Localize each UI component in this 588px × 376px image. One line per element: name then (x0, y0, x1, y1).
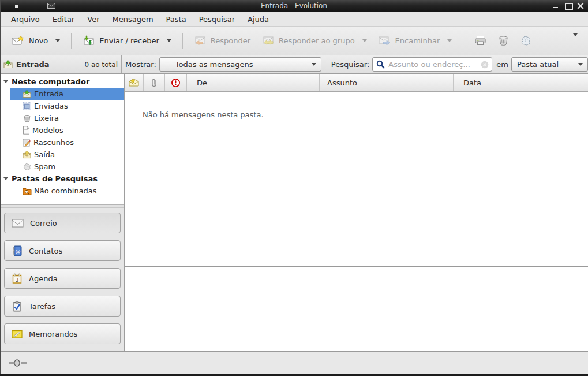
switcher-mail-button[interactable]: Correio (4, 213, 121, 233)
switcher-label: Tarefas (29, 302, 55, 311)
switcher-label: Correio (30, 219, 57, 228)
folder-label: Saída (34, 150, 55, 159)
show-label: Mostrar: (125, 60, 156, 69)
menu-ajuda[interactable]: Ajuda (241, 14, 275, 25)
search-scope-dropdown[interactable]: Pasta atual (511, 57, 588, 72)
folder-label: Spam (34, 162, 55, 171)
show-filter-dropdown[interactable]: Todas as mensagens (159, 57, 321, 72)
search-input[interactable] (388, 60, 480, 69)
sidebar-item-spam[interactable]: Spam (0, 161, 124, 173)
forward-dropdown-icon[interactable] (447, 39, 452, 42)
sidebar-item-lixeira[interactable]: Lixeira (0, 112, 124, 124)
clear-search-icon[interactable] (480, 60, 489, 69)
print-button[interactable] (469, 32, 492, 50)
empty-folder-message: Não há mensagens nesta pasta. (125, 92, 588, 119)
menubar: Arquivo Editar Ver Mensagem Pasta Pesqui… (0, 12, 588, 27)
chevron-down-icon (312, 63, 316, 66)
forward-label: Encaminhar (395, 36, 440, 45)
reply-group-label: Responder ao grupo (279, 36, 355, 45)
titlebar[interactable]: Entrada - Evolution (0, 0, 588, 12)
window-border (0, 0, 1, 374)
search-folder-icon (23, 187, 32, 195)
attachment-column-header[interactable] (144, 74, 165, 91)
folder-label: Modelos (32, 126, 63, 135)
filter-bar: Entrada 0 ao total Mostrar: Todas as men… (0, 55, 588, 74)
send-receive-button[interactable]: Enviar / receber (77, 32, 177, 50)
tree-group-label: Pastas de Pesquisas (12, 174, 98, 183)
sent-icon (23, 102, 32, 110)
reply-group-dropdown-icon[interactable] (362, 39, 367, 42)
delete-button[interactable] (492, 32, 515, 50)
search-scope-value: Pasta atual (517, 60, 559, 69)
column-label: Assunto (327, 79, 357, 87)
important-icon (171, 78, 181, 88)
view-switcher: Correio @ Contatos (0, 208, 124, 351)
calendar-icon: 3 (12, 273, 23, 284)
menu-mensagem[interactable]: Mensagem (106, 14, 160, 25)
sidebar-item-modelos[interactable]: Modelos (0, 124, 124, 136)
switcher-calendar-button[interactable]: 3 Agenda (4, 268, 121, 289)
minimize-button[interactable] (552, 2, 559, 10)
junk-button[interactable] (515, 32, 537, 50)
new-mail-icon (12, 35, 25, 46)
online-status-icon[interactable] (9, 359, 27, 367)
search-field[interactable] (372, 57, 492, 72)
expander-icon[interactable] (3, 177, 8, 180)
tree-group-search-folders[interactable]: Pastas de Pesquisas (0, 173, 124, 185)
switcher-label: Contatos (29, 247, 62, 255)
toolbar-overflow-button[interactable] (568, 33, 582, 49)
menu-ver[interactable]: Ver (81, 14, 106, 25)
sidebar-item-saida[interactable]: Saída (0, 148, 124, 161)
column-header-de[interactable]: De (187, 74, 320, 91)
send-receive-dropdown-icon[interactable] (167, 39, 171, 42)
trash-icon (497, 35, 510, 46)
switcher-label: Memorandos (29, 330, 77, 338)
new-message-label: Novo (29, 36, 48, 45)
trash-icon (23, 114, 32, 122)
folder-label: Lixeira (34, 114, 59, 122)
contacts-icon: @ (12, 245, 23, 256)
column-header-data[interactable]: Data (454, 74, 588, 91)
outbox-icon (23, 151, 32, 159)
forward-button[interactable]: Encaminhar (373, 32, 458, 50)
column-label: Data (463, 79, 481, 87)
message-list-body[interactable]: Não há mensagens nesta pasta. (125, 92, 588, 266)
spam-icon (23, 163, 32, 171)
svg-text:3: 3 (16, 277, 18, 282)
evolution-window: Entrada - Evolution Arquivo Editar Ver M… (0, 0, 588, 376)
folder-label: Não combinadas (34, 187, 97, 195)
reply-button[interactable]: Responder (188, 32, 256, 50)
status-bar (0, 351, 588, 374)
message-status-icon (129, 79, 139, 87)
tree-group-this-computer[interactable]: Neste computador (0, 76, 124, 88)
menu-arquivo[interactable]: Arquivo (5, 14, 46, 25)
column-label: De (197, 79, 207, 87)
switcher-tasks-button[interactable]: Tarefas (4, 296, 121, 317)
switcher-contacts-button[interactable]: @ Contatos (4, 240, 121, 261)
reply-icon (194, 36, 207, 46)
sidebar-item-rascunhos[interactable]: Rascunhos (0, 136, 124, 148)
printer-icon (474, 35, 487, 46)
menu-pesquisar[interactable]: Pesquisar (193, 14, 241, 25)
status-column-header[interactable] (125, 74, 144, 91)
folder-label: Rascunhos (33, 138, 74, 147)
sidebar-item-nao-combinadas[interactable]: Não combinadas (0, 185, 124, 197)
tasks-icon (12, 301, 23, 312)
new-message-button[interactable]: Novo (6, 32, 66, 50)
new-dropdown-icon[interactable] (55, 39, 60, 42)
menu-editar[interactable]: Editar (46, 14, 81, 25)
sidebar-item-entrada[interactable]: Entrada (10, 88, 124, 100)
menu-pasta[interactable]: Pasta (160, 14, 193, 25)
message-list-pane: De Assunto Data Não há mensagens nesta p… (125, 74, 588, 351)
expander-icon[interactable] (3, 80, 8, 83)
switcher-memos-button[interactable]: Memorandos (4, 323, 121, 344)
close-button[interactable] (577, 2, 585, 10)
sidebar-item-enviadas[interactable]: Enviadas (0, 100, 124, 112)
maximize-button[interactable] (564, 2, 572, 10)
column-header-assunto[interactable]: Assunto (320, 74, 454, 91)
priority-column-header[interactable] (165, 74, 187, 91)
reply-all-icon (262, 36, 275, 46)
send-receive-label: Enviar / receber (99, 36, 159, 45)
window-title: Entrada - Evolution (0, 2, 588, 10)
reply-group-button[interactable]: Responder ao grupo (256, 32, 373, 50)
